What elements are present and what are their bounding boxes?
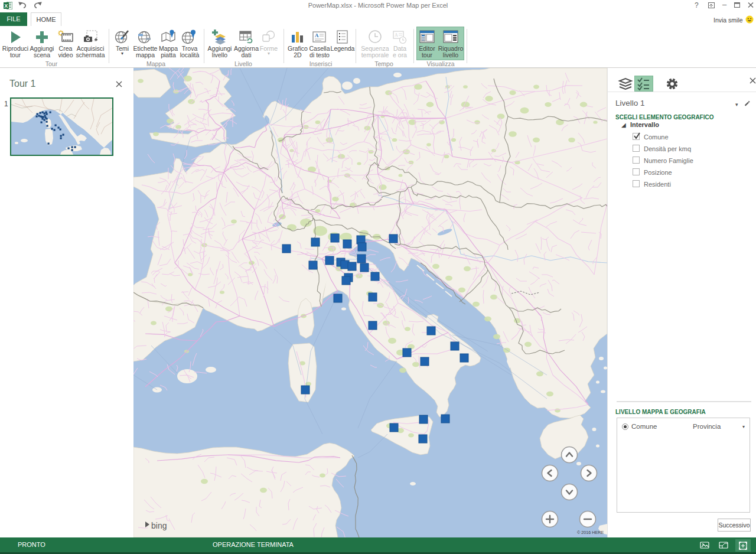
svg-text:© 2016 HERE: © 2016 HERE (577, 530, 604, 535)
svg-text:A: A (315, 32, 319, 38)
svg-text:bing: bing (151, 521, 167, 530)
svg-text:A: A (395, 32, 398, 38)
